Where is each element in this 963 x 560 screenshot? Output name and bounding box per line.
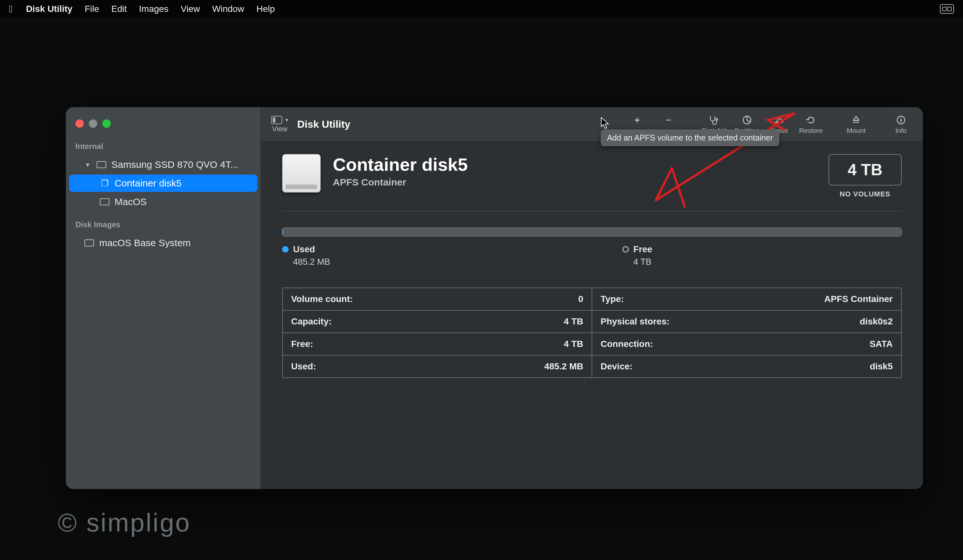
info-table-left: Volume count:0 Capacity:4 TB Free:4 TB U… [283,288,592,377]
capacity-box: 4 TB NO VOLUMES [828,154,902,198]
mount-icon [851,115,861,125]
info-row: Type:APFS Container [592,288,901,311]
volume-title: Container disk5 [333,154,468,175]
toolbar-button-label: Info [895,127,906,134]
toolbar: ▾ View Disk Utility ＋ Volume − . [261,107,923,142]
stethoscope-icon [709,115,719,125]
usage-bar-used-segment [282,228,283,236]
info-row: Volume count:0 [283,288,592,311]
erase-icon [773,115,785,125]
info-row: Device:disk5 [592,356,901,377]
restore-icon [806,115,815,125]
info-value: disk5 [870,361,893,372]
info-value: 485.2 MB [545,361,583,372]
info-key: Volume count: [291,294,353,304]
info-button[interactable]: Info [890,115,913,134]
minimize-window-button[interactable] [89,120,97,128]
sidebar-item-label: Container disk5 [115,178,182,189]
info-value: SATA [870,339,893,349]
menu-window[interactable]: Window [212,4,244,14]
info-value: 4 TB [564,316,583,327]
chevron-down-icon: ▾ [285,117,288,123]
sidebar-item-physical-drive[interactable]: ▾ Samsung SSD 870 QVO 4T... [69,156,258,173]
zoom-window-button[interactable] [102,120,111,128]
toolbar-button-label: Restore [799,127,823,134]
legend-dot-used [282,246,289,252]
plus-icon: ＋ [632,115,642,125]
usage-bar [282,228,902,236]
capacity-value: 4 TB [848,161,882,179]
info-row: Used:485.2 MB [283,356,592,377]
sidebar-item-macos-volume[interactable]: MacOS [69,193,258,210]
info-key: Capacity: [291,316,332,327]
info-key: Device: [601,361,633,372]
volume-count-label: NO VOLUMES [840,190,890,198]
window-title: Disk Utility [297,118,350,130]
container-icon: ❒ [99,179,110,188]
menu-images[interactable]: Images [139,4,169,14]
disclosure-triangle-icon[interactable]: ▾ [84,161,91,168]
info-key: Free: [291,339,313,349]
mount-button[interactable]: Mount [845,115,868,134]
mouse-cursor-icon [601,117,610,129]
legend-free-value: 4 TB [623,257,744,267]
view-toggle[interactable]: ▾ View [271,116,288,133]
info-table-right: Type:APFS Container Physical stores:disk… [592,288,901,377]
disk-icon [84,239,95,247]
legend-used-label: Used [293,244,315,254]
legend-dot-free [623,246,629,252]
main-area: Container disk5 APFS Container 4 TB NO V… [261,142,923,489]
disk-utility-window: Internal ▾ Samsung SSD 870 QVO 4T... ❒ C… [66,107,923,489]
svg-point-3 [900,118,901,119]
info-key: Used: [291,361,316,372]
disk-icon [96,160,107,169]
toolbar-button-label: Mount [847,127,866,134]
menu-edit[interactable]: Edit [111,4,127,14]
app-menu[interactable]: Disk Utility [26,4,73,14]
info-row: Capacity:4 TB [283,311,592,333]
menu-help[interactable]: Help [256,4,275,14]
svg-point-0 [716,118,718,120]
volume-subtitle: APFS Container [333,177,468,188]
close-window-button[interactable] [75,120,84,128]
sidebar-section-internal: Internal [66,139,261,155]
sidebar-toggle-icon [271,116,282,124]
pie-icon [742,115,752,125]
sidebar-item-label: macOS Base System [99,238,191,248]
info-value: disk0s2 [860,316,893,327]
content-pane: ▾ View Disk Utility ＋ Volume − . [261,107,923,489]
info-value: 0 [578,294,583,304]
svg-rect-4 [901,120,902,122]
info-row: Connection:SATA [592,333,901,356]
drive-icon [282,154,321,193]
info-value: APFS Container [824,294,893,304]
menu-file[interactable]: File [85,4,99,14]
info-key: Physical stores: [601,316,670,327]
info-icon [897,115,906,125]
legend-free-label: Free [633,244,652,254]
info-row: Physical stores:disk0s2 [592,311,901,333]
restore-button[interactable]: Restore [799,115,823,134]
tooltip: Add an APFS volume to the selected conta… [601,129,779,146]
info-key: Type: [601,294,624,304]
apple-menu-icon[interactable]:  [9,3,13,15]
usage-legend: Used 485.2 MB Free 4 TB [282,244,902,267]
legend-used-value: 485.2 MB [282,257,404,267]
sidebar: Internal ▾ Samsung SSD 870 QVO 4T... ❒ C… [66,107,261,489]
view-toggle-label: View [272,125,287,133]
sidebar-item-label: Samsung SSD 870 QVO 4T... [111,159,238,170]
info-table: Volume count:0 Capacity:4 TB Free:4 TB U… [282,288,902,378]
menu-view[interactable]: View [181,4,200,14]
sidebar-item-container[interactable]: ❒ Container disk5 [69,175,258,192]
sidebar-item-disk-image[interactable]: macOS Base System [69,234,258,252]
minus-icon: − [666,115,671,125]
volume-header: Container disk5 APFS Container 4 TB NO V… [282,154,902,198]
window-traffic-lights [66,112,261,139]
control-center-icon[interactable] [940,4,954,14]
divider [282,211,902,212]
sidebar-section-diskimages: Disk Images [66,217,261,233]
macos-menubar:  Disk Utility File Edit Images View Win… [0,0,963,18]
watermark: © simpligo [58,508,191,537]
info-value: 4 TB [564,339,583,349]
disk-icon [99,198,110,206]
